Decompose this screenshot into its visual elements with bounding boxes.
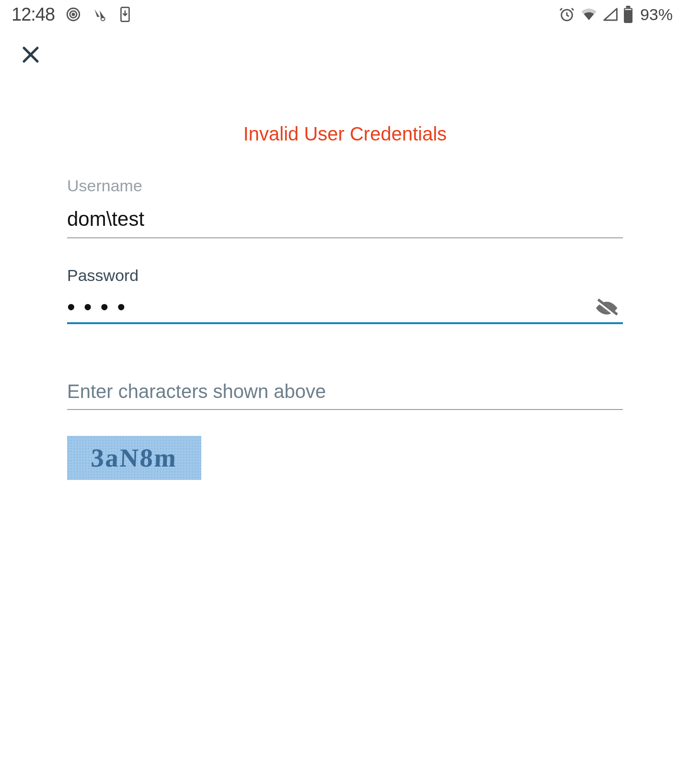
captcha-field-group xyxy=(67,377,623,410)
close-button[interactable] xyxy=(19,43,42,68)
captcha-image: 3aN8m xyxy=(67,436,201,480)
battery-percentage: 93% xyxy=(640,5,673,24)
error-message: Invalid User Credentials xyxy=(67,123,623,145)
alarm-icon xyxy=(559,6,575,23)
status-bar-right: 93% xyxy=(559,5,673,24)
username-field-group: Username xyxy=(67,176,623,238)
signal-icon xyxy=(603,7,618,22)
username-input[interactable] xyxy=(67,204,623,238)
captcha-text: 3aN8m xyxy=(91,443,178,473)
app-bar xyxy=(0,29,690,68)
status-bar-left: 12:48 xyxy=(12,4,132,25)
password-input[interactable]: •••• xyxy=(67,293,623,324)
svg-rect-8 xyxy=(625,9,632,10)
password-masked-value: •••• xyxy=(67,295,134,318)
svg-rect-6 xyxy=(626,6,630,8)
eye-off-icon xyxy=(593,312,620,319)
battery-icon xyxy=(623,6,633,23)
svg-point-2 xyxy=(72,13,74,15)
cast-icon xyxy=(65,6,81,23)
status-bar: 12:48 xyxy=(0,0,690,29)
wifi-icon xyxy=(580,7,598,22)
login-form: Invalid User Credentials Username Passwo… xyxy=(0,123,690,480)
carrier-icon xyxy=(92,7,107,22)
password-field-group: Password •••• xyxy=(67,266,623,324)
download-icon xyxy=(118,6,132,23)
toggle-password-visibility-button[interactable] xyxy=(590,296,623,322)
username-label: Username xyxy=(67,176,623,195)
captcha-input[interactable] xyxy=(67,377,623,410)
svg-rect-7 xyxy=(624,8,632,23)
status-time: 12:48 xyxy=(12,4,55,25)
close-icon xyxy=(19,60,42,68)
password-label: Password xyxy=(67,266,623,285)
